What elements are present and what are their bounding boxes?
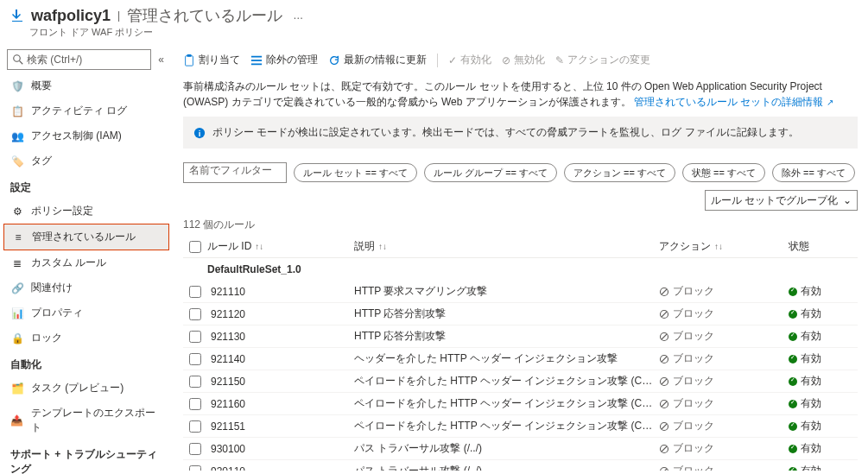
column-status[interactable]: 状態: [789, 239, 858, 254]
column-description[interactable]: 説明↑↓: [354, 239, 659, 254]
more-icon[interactable]: …: [293, 9, 303, 22]
sort-icon: ↑↓: [714, 242, 723, 251]
svg-line-14: [662, 334, 667, 339]
cell-status: 有効: [789, 374, 858, 389]
cell-description: パス トラバーサル攻撃 (/../): [354, 441, 659, 456]
column-rule-id[interactable]: ルール ID↑↓: [207, 239, 354, 254]
table-row[interactable]: 921151ペイロードを介した HTTP ヘッダー インジェクション攻撃 (CR…: [183, 415, 858, 438]
sidebar-item-activity-log[interactable]: 📋 アクティビティ ログ: [3, 98, 169, 123]
svg-rect-5: [251, 60, 262, 61]
sidebar-item-properties[interactable]: 📊 プロパティ: [3, 300, 169, 325]
cell-rule-id: 921150: [207, 376, 354, 388]
sidebar-item-locks[interactable]: 🔒 ロック: [3, 325, 169, 351]
cell-status: 有効: [789, 464, 858, 471]
sidebar-item-iam[interactable]: 👥 アクセス制御 (IAM): [3, 123, 169, 149]
resource-type: フロント ドア WAF ポリシー: [0, 26, 868, 46]
cell-rule-id: 921160: [207, 398, 354, 410]
check-circle-icon: [789, 355, 797, 363]
cell-rule-id: 921140: [207, 353, 354, 365]
custom-icon: ≣: [10, 256, 24, 270]
row-checkbox[interactable]: [189, 443, 201, 455]
cell-description: ヘッダーを介した HTTP ヘッダー インジェクション攻撃: [354, 351, 659, 366]
sidebar-item-managed-rules[interactable]: ≡ 管理されているルール: [3, 224, 169, 250]
cell-action: ブロック: [659, 374, 789, 389]
page-header: wafpolicy1 | 管理されているルール …: [0, 0, 868, 26]
check-circle-icon: [789, 310, 797, 319]
svg-line-24: [662, 446, 667, 452]
select-all-checkbox[interactable]: [189, 241, 201, 253]
refresh-icon: [328, 54, 340, 66]
row-checkbox[interactable]: [189, 286, 201, 298]
description: 事前構成済みのルール セットは、既定で有効です。このルール セットを使用すると、…: [183, 75, 858, 117]
activity-icon: 📋: [10, 104, 24, 118]
iam-icon: 👥: [10, 130, 24, 143]
svg-point-0: [14, 55, 21, 62]
row-checkbox[interactable]: [189, 353, 201, 365]
filter-pill-exclusion[interactable]: 除外 == すべて: [772, 163, 855, 182]
svg-line-10: [662, 289, 667, 294]
table-row[interactable]: 921120HTTP 応答分割攻撃 ブロック有効: [183, 303, 858, 325]
column-action[interactable]: アクション↑↓: [659, 239, 789, 254]
sidebar-item-custom-rules[interactable]: ≣ カスタム ルール: [3, 250, 169, 275]
overview-icon: 🛡️: [10, 79, 24, 93]
page-title: 管理されているルール: [127, 5, 282, 26]
assign-button[interactable]: 割り当て: [183, 53, 240, 67]
group-header[interactable]: DefaultRuleSet_1.0: [183, 258, 858, 281]
cell-status: 有効: [789, 419, 858, 433]
sidebar-item-overview[interactable]: 🛡️ 概要: [3, 73, 169, 98]
search-icon: [13, 54, 23, 65]
filter-pill-rulegroup[interactable]: ルール グループ == すべて: [424, 163, 557, 182]
refresh-button[interactable]: 最新の情報に更新: [328, 53, 427, 67]
table-row[interactable]: 921150ペイロードを介した HTTP ヘッダー インジェクション攻撃 (CR…: [183, 370, 858, 393]
collapse-sidebar-button[interactable]: «: [156, 52, 166, 67]
edit-icon: ✎: [555, 54, 564, 66]
row-checkbox[interactable]: [189, 465, 201, 471]
row-checkbox[interactable]: [189, 308, 201, 320]
row-checkbox[interactable]: [189, 398, 201, 410]
table-row[interactable]: 921160ペイロードを介した HTTP ヘッダー インジェクション攻撃 (CR…: [183, 393, 858, 415]
chevron-down-icon: ⌄: [843, 194, 852, 206]
sidebar-item-policy-settings[interactable]: ⚙ ポリシー設定: [3, 199, 169, 224]
cell-rule-id: 921130: [207, 331, 354, 343]
cell-description: ペイロードを介した HTTP ヘッダー インジェクション攻撃 (CR/LF およ…: [354, 396, 659, 411]
props-icon: 📊: [10, 307, 24, 320]
row-checkbox[interactable]: [189, 331, 201, 343]
info-icon: i: [193, 126, 206, 139]
assoc-icon: 🔗: [10, 281, 24, 295]
name-filter-input[interactable]: 名前でフィルター: [183, 162, 287, 183]
exclusion-button[interactable]: 除外の管理: [250, 53, 318, 67]
cell-description: ペイロードを介した HTTP ヘッダー インジェクション攻撃 (CR/LF 検出…: [354, 419, 659, 433]
row-checkbox[interactable]: [189, 376, 201, 388]
cell-status: 有効: [789, 396, 858, 411]
svg-line-1: [20, 61, 23, 65]
change-action-button: ✎ アクションの変更: [555, 53, 650, 67]
table-row[interactable]: 921130HTTP 応答分割攻撃 ブロック有効: [183, 325, 858, 348]
table-row[interactable]: 921110HTTP 要求スマグリング攻撃 ブロック有効: [183, 281, 858, 303]
info-banner: i ポリシー モードが検出に設定されています。検出モードでは、すべての脅威アラー…: [183, 117, 858, 149]
toolbar: 割り当て 除外の管理 最新の情報に更新 ✓ 有効化 ⊘ 無効化: [183, 49, 858, 75]
filter-pill-action[interactable]: アクション == すべて: [564, 163, 675, 182]
sidebar-item-export-template[interactable]: 📤 テンプレートのエクスポート: [3, 401, 169, 440]
result-count: 112 個のルール: [183, 214, 858, 236]
filter-pill-ruleset[interactable]: ルール セット == すべて: [294, 163, 417, 182]
sidebar: 検索 (Ctrl+/) « 🛡️ 概要 📋 アクティビティ ログ 👥 アクセス制…: [0, 46, 173, 474]
sidebar-item-tasks[interactable]: 🗂️ タスク (プレビュー): [3, 376, 169, 401]
search-input[interactable]: 検索 (Ctrl+/): [7, 49, 151, 70]
tasks-icon: 🗂️: [10, 382, 24, 395]
sidebar-item-associations[interactable]: 🔗 関連付け: [3, 275, 169, 300]
filter-pill-status[interactable]: 状態 == すべて: [682, 163, 765, 182]
table-row[interactable]: 930100パス トラバーサル攻撃 (/../) ブロック有効: [183, 438, 858, 460]
svg-rect-2: [186, 55, 193, 65]
row-checkbox[interactable]: [189, 420, 201, 433]
learn-more-link[interactable]: 管理されているルール セットの詳細情報 ↗: [634, 96, 833, 108]
cell-rule-id: 930100: [207, 443, 354, 455]
check-circle-icon: [789, 288, 797, 296]
table-row[interactable]: 930110パス トラバーサル攻撃 (/../) ブロック有効: [183, 460, 858, 471]
table-row[interactable]: 921140ヘッダーを介した HTTP ヘッダー インジェクション攻撃 ブロック…: [183, 348, 858, 370]
check-circle-icon: [789, 332, 797, 341]
sidebar-item-tags[interactable]: 🏷️ タグ: [3, 149, 169, 174]
groupby-dropdown[interactable]: ルール セットでグループ化 ⌄: [705, 190, 858, 211]
cell-rule-id: 930110: [207, 465, 354, 471]
policy-name: wafpolicy1: [31, 7, 111, 25]
lock-icon: 🔒: [10, 332, 24, 345]
